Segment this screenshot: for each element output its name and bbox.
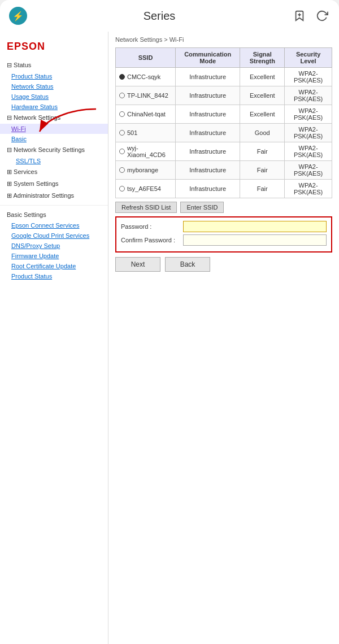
main-container: EPSON ⊟ Status Product Status Network St… [0,32,339,644]
expand-icon-services: ⊞ [7,168,12,175]
mode-cell: Infrastructure [176,180,240,198]
wifi-wrapper: Wi-Fi [0,124,108,134]
refresh-ssid-btn[interactable]: Refresh SSID List [115,202,177,213]
sidebar-item-dns-proxy[interactable]: DNS/Proxy Setup [0,241,108,251]
expand-icon-network: ⊟ [7,114,12,121]
ssid-cell[interactable]: TP-LINK_8442 [116,86,176,105]
signal-cell: Excellent [240,86,285,105]
ssid-cell[interactable]: CMCC-sqyk [116,68,176,86]
sidebar-item-epson-connect[interactable]: Epson Connect Services [0,220,108,230]
confirm-row: Confirm Password : [121,234,327,246]
security-cell: WPA2-PSK(AES) [285,142,332,161]
confirm-label: Confirm Password : [121,237,183,243]
password-label: Password : [121,223,183,230]
status-section-header: ⊟ Status [0,59,108,71]
ssid-text: 501 [127,129,137,136]
confirm-input[interactable] [183,234,327,246]
breadcrumb: Network Settings > Wi-Fi [115,36,332,43]
mode-cell: Infrastructure [176,161,240,180]
next-button[interactable]: Next [115,257,160,272]
shield-icon: ⚡ [9,7,27,25]
radio-dot[interactable] [119,74,125,80]
sidebar-item-firmware[interactable]: Firmware Update [0,251,108,261]
ssid-text: myborange [127,167,158,173]
signal-cell: Good [240,124,285,142]
content-area: Network Settings > Wi-Fi SSID Communicat… [108,32,339,644]
sidebar-item-wifi[interactable]: Wi-Fi [0,124,108,134]
brand-logo: EPSON [0,36,108,59]
signal-cell: Excellent [240,105,285,124]
radio-dot[interactable] [119,149,125,154]
table-row[interactable]: ChinaNet-tqatInfrastructureExcellentWPA2… [116,105,332,124]
ssid-cell[interactable]: ChinaNet-tqat [116,105,176,124]
security-cell: WPA2-PSK(AES) [285,86,332,105]
ssid-cell[interactable]: 501 [116,124,176,142]
col-ssid: SSID [116,48,176,68]
table-row[interactable]: TP-LINK_8442InfrastructureExcellentWPA2-… [116,86,332,105]
col-mode: Communication Mode [176,48,240,68]
table-row[interactable]: CMCC-sqykInfrastructureExcellentWPA2-PSK… [116,68,332,86]
signal-cell: Fair [240,161,285,180]
bookmark-icon[interactable] [292,8,307,24]
sidebar-item-product-status2[interactable]: Product Status [0,271,108,281]
password-row: Password : [121,221,327,232]
sidebar-item-root-cert[interactable]: Root Certificate Update [0,261,108,271]
ssid-text: wyj-Xiaomi_4CD6 [127,145,172,158]
sidebar-item-usage-status[interactable]: Usage Status [0,92,108,102]
radio-dot[interactable] [119,93,125,98]
sidebar-item-network-status[interactable]: Network Status [0,81,108,92]
ssid-cell[interactable]: wyj-Xiaomi_4CD6 [116,142,176,161]
security-cell: WPA2-PSK(AES) [285,180,332,198]
table-row[interactable]: myborangeInfrastructureFairWPA2-PSK(AES) [116,161,332,180]
sidebar-item-basic[interactable]: Basic [0,134,108,144]
ssid-text: tsy_A6FE54 [127,185,161,192]
sidebar-divider [0,205,108,206]
sidebar-item-ssl-tls[interactable]: SSL/TLS [0,156,108,166]
app-title: Series [144,10,176,23]
table-row[interactable]: tsy_A6FE54InfrastructureFairWPA2-PSK(AES… [116,180,332,198]
security-cell: WPA2-PSK(AES) [285,161,332,180]
security-cell: WPA2-PSK(AES) [285,124,332,142]
sidebar-item-hardware-status[interactable]: Hardware Status [0,102,108,112]
top-bar: ⚡ Series [0,0,339,32]
mode-cell: Infrastructure [176,68,240,86]
ssid-text: ChinaNet-tqat [127,111,166,118]
security-cell: WPA2-PSK(AES) [285,105,332,124]
password-input[interactable] [183,221,327,232]
col-security: Security Level [285,48,332,68]
mode-cell: Infrastructure [176,142,240,161]
back-button[interactable]: Back [165,257,210,272]
ssid-text: TP-LINK_8442 [127,92,168,99]
mode-cell: Infrastructure [176,124,240,142]
security-cell: WPA2-PSK(AES) [285,68,332,86]
radio-dot[interactable] [119,186,125,192]
sidebar: EPSON ⊟ Status Product Status Network St… [0,32,108,644]
signal-cell: Excellent [240,68,285,86]
security-section-header: ⊟ Network Security Settings [0,144,108,156]
radio-dot[interactable] [119,111,125,117]
sidebar-item-product-status[interactable]: Product Status [0,71,108,81]
ssid-text: CMCC-sqyk [127,73,160,80]
bottom-buttons: Next Back [115,257,332,272]
network-section-header: ⊟ Network Settings [0,112,108,124]
ssid-cell[interactable]: tsy_A6FE54 [116,180,176,198]
signal-cell: Fair [240,180,285,198]
ssid-cell[interactable]: myborange [116,161,176,180]
enter-ssid-btn[interactable]: Enter SSID [180,202,224,213]
table-row[interactable]: wyj-Xiaomi_4CD6InfrastructureFairWPA2-PS… [116,142,332,161]
system-section-header: ⊞ System Settings [0,178,108,190]
admin-section-header: ⊞ Administrator Settings [0,190,108,202]
table-row[interactable]: 501InfrastructureGoodWPA2-PSK(AES) [116,124,332,142]
radio-dot[interactable] [119,167,125,173]
expand-icon-security: ⊟ [7,146,12,153]
col-signal: Signal Strength [240,48,285,68]
expand-icon-admin: ⊞ [7,192,12,199]
password-section: Password : Confirm Password : [115,216,332,253]
top-bar-icons [292,8,330,24]
radio-dot[interactable] [119,130,125,136]
mode-cell: Infrastructure [176,105,240,124]
refresh-icon[interactable] [314,8,330,24]
sidebar-item-google-print[interactable]: Google Cloud Print Services [0,230,108,241]
action-buttons-row: Refresh SSID List Enter SSID [115,202,332,213]
basic-settings-header: Basic Settings [0,209,108,220]
